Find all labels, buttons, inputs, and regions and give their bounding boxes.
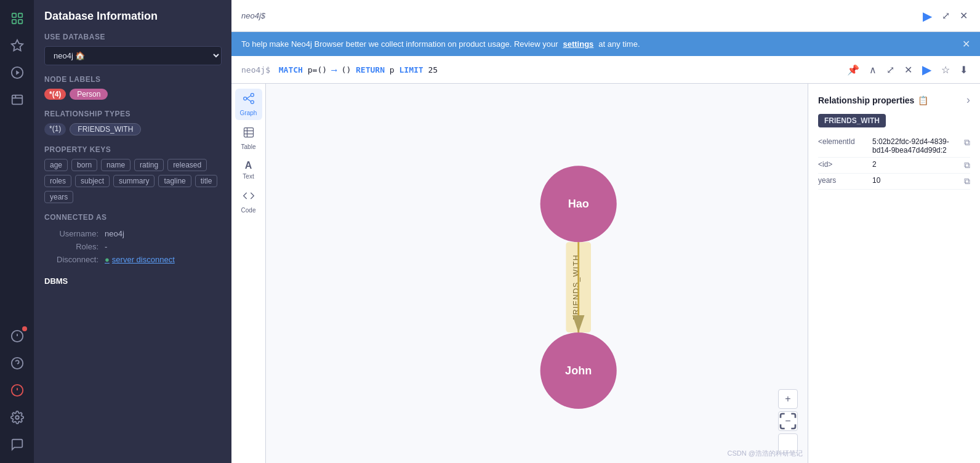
node-person-badge[interactable]: Person <box>70 89 108 100</box>
prop-released[interactable]: released <box>167 159 207 171</box>
svg-rect-3 <box>18 20 22 23</box>
rel-types-list: *(1) FRIENDS_WITH <box>44 123 222 135</box>
roles-label: Roles: <box>46 241 101 252</box>
relationship-types-section: Relationship types *(1) FRIENDS_WITH <box>44 110 222 135</box>
toolbar-chevron-up-button[interactable]: ∧ <box>867 62 879 78</box>
roles-value: - <box>102 241 220 252</box>
rel-count-badge[interactable]: *(1) <box>44 123 66 135</box>
rel-type-badge[interactable]: FRIENDS_WITH <box>818 114 886 127</box>
property-keys-section: Property keys age born name rating relea… <box>44 145 222 203</box>
prop-tagline[interactable]: tagline <box>158 175 191 187</box>
nav-settings[interactable] <box>5 405 30 430</box>
svg-line-23 <box>246 99 251 102</box>
result-panes: Graph Table A Text <box>231 84 980 463</box>
prop-years-copy[interactable]: ⧉ <box>964 176 970 187</box>
query-limit-kw: LIMIT <box>400 65 424 74</box>
tab-table[interactable]: Table <box>235 123 262 154</box>
info-banner-settings-link[interactable]: settings <box>563 39 593 49</box>
toolbar-close-button[interactable]: ✕ <box>902 62 915 78</box>
property-keys-list: age born name rating released roles subj… <box>44 159 222 203</box>
server-disconnect-link[interactable]: server disconnect <box>105 255 175 264</box>
svg-point-21 <box>251 100 254 103</box>
prop-subject[interactable]: subject <box>75 175 110 187</box>
panel-header: Relationship properties 📋 › <box>818 94 970 107</box>
graph-svg: FRIENDS_WITH Hao John <box>266 84 808 463</box>
nav-error[interactable] <box>5 378 30 403</box>
prop-years[interactable]: years <box>44 191 73 203</box>
query-input[interactable] <box>270 11 915 20</box>
relationship-properties-panel: Relationship properties 📋 › FRIENDS_WITH… <box>808 84 980 463</box>
zoom-controls: + − <box>778 389 798 453</box>
toolbar-download-button[interactable]: ⬇ <box>957 62 970 78</box>
nav-browser[interactable] <box>5 87 30 112</box>
run-query-button[interactable]: ▶ <box>920 6 934 26</box>
database-select[interactable]: neo4j 🏠 <box>44 46 222 65</box>
panel-title: Relationship properties 📋 <box>818 95 928 105</box>
toolbar-favorite-button[interactable]: ☆ <box>939 62 952 78</box>
svg-marker-6 <box>16 70 20 74</box>
svg-rect-24 <box>244 128 253 137</box>
prop-name[interactable]: name <box>101 159 131 171</box>
prop-summary[interactable]: summary <box>113 175 155 187</box>
panel-toggle-button[interactable]: › <box>966 94 970 107</box>
close-query-button[interactable]: ✕ <box>957 7 970 24</box>
prop-row-years: years 10 ⧉ <box>818 174 970 190</box>
prop-id-copy[interactable]: ⧉ <box>964 160 970 171</box>
query-path-expr: p=() <box>308 65 327 74</box>
result-toolbar: neo4j$ MATCH p=() ⟶ () RETURN p LIMIT 25… <box>231 56 980 84</box>
toolbar-expand-button[interactable]: ⤢ <box>884 62 897 78</box>
result-query-text: neo4j$ MATCH p=() ⟶ () RETURN p LIMIT 25 <box>241 65 840 74</box>
panel-title-icon: 📋 <box>918 95 928 105</box>
prop-born[interactable]: born <box>71 159 97 171</box>
query-prompt: neo4j$ <box>241 65 270 74</box>
expand-query-button[interactable]: ⤢ <box>939 7 952 24</box>
svg-rect-0 <box>12 14 15 17</box>
use-database-section: Use database neo4j 🏠 <box>44 33 222 65</box>
toolbar-run-button[interactable]: ▶ <box>920 60 934 79</box>
tab-text[interactable]: A Text <box>235 156 262 183</box>
connected-as-label: Connected as <box>44 213 222 222</box>
connected-as-section: Connected as Username: neo4j Roles: - Di… <box>44 213 222 267</box>
info-banner-close-button[interactable]: ✕ <box>962 38 970 50</box>
nav-feedback[interactable] <box>5 432 30 457</box>
prop-keys-label: Property keys <box>44 145 222 154</box>
prop-years-value: 10 <box>872 176 959 185</box>
node-labels-list: *(4) Person <box>44 89 222 100</box>
query-limit-val: 25 <box>428 65 438 74</box>
username-value: neo4j <box>102 228 220 240</box>
tab-code-label: Code <box>241 207 256 214</box>
prop-elementid-value: 5:02b22fdc-92d4-4839-bd14-9bea47d4d99d:2 <box>872 137 959 155</box>
tab-graph[interactable]: Graph <box>235 89 262 120</box>
query-arrow: ⟶ <box>332 65 337 74</box>
nav-play[interactable] <box>5 60 30 85</box>
nav-favorites[interactable] <box>5 33 30 58</box>
nav-home[interactable] <box>5 6 30 31</box>
prop-elementid-copy[interactable]: ⧉ <box>964 137 970 148</box>
query-var: p <box>390 65 395 74</box>
rel-types-label: Relationship types <box>44 110 222 118</box>
svg-rect-7 <box>12 95 22 105</box>
graph-canvas: FRIENDS_WITH Hao John + − <box>266 84 808 463</box>
alert-badge <box>22 326 27 331</box>
connected-as-table: Username: neo4j Roles: - Disconnect: ser… <box>44 227 222 267</box>
prop-age[interactable]: age <box>44 159 68 171</box>
zoom-fit-button[interactable] <box>778 433 798 453</box>
query-bar-actions: ▶ ⤢ ✕ <box>920 6 970 26</box>
query-match-kw: MATCH <box>279 65 303 74</box>
rel-friends-badge[interactable]: FRIENDS_WITH <box>70 123 141 135</box>
panel-title-text: Relationship properties <box>818 95 914 105</box>
sidebar: Database Information Use database neo4j … <box>34 0 231 463</box>
nav-alert[interactable] <box>5 324 30 348</box>
tab-code[interactable]: Code <box>235 186 262 217</box>
prop-id-name: <id> <box>818 160 867 169</box>
query-bar-label: neo4j$ <box>241 11 265 20</box>
svg-rect-1 <box>18 14 22 17</box>
nav-help[interactable] <box>5 351 30 376</box>
result-area: neo4j$ MATCH p=() ⟶ () RETURN p LIMIT 25… <box>231 56 980 463</box>
toolbar-pin-button[interactable]: 📌 <box>845 62 862 78</box>
prop-roles[interactable]: roles <box>44 175 71 187</box>
svg-marker-4 <box>11 40 22 50</box>
prop-rating[interactable]: rating <box>134 159 164 171</box>
node-count-badge[interactable]: *(4) <box>44 89 66 100</box>
prop-title[interactable]: title <box>195 175 218 187</box>
